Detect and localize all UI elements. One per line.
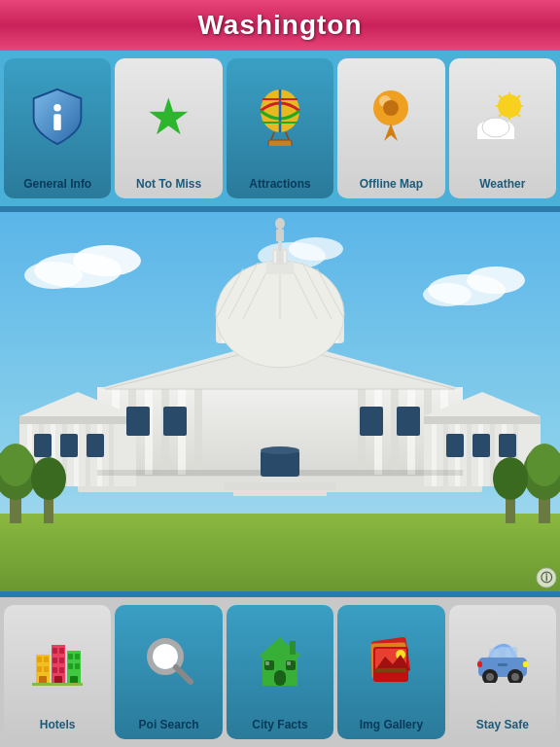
poi-search-magnifier-icon	[144, 635, 194, 686]
svg-rect-62	[109, 424, 114, 486]
svg-point-30	[467, 267, 525, 294]
svg-rect-118	[233, 490, 327, 496]
svg-point-10	[383, 100, 399, 116]
svg-line-18	[517, 95, 520, 98]
nav-tile-offline-map[interactable]: Offline Map	[337, 58, 444, 198]
svg-point-178	[511, 673, 519, 681]
svg-rect-134	[37, 657, 42, 662]
svg-rect-160	[274, 670, 286, 686]
svg-rect-173	[489, 649, 499, 658]
svg-rect-145	[59, 667, 64, 673]
bottom-tile-hotels[interactable]: Hotels	[4, 605, 111, 739]
svg-rect-102	[284, 251, 286, 263]
star-icon: ★	[146, 91, 192, 142]
general-info-label: General Info	[23, 177, 91, 191]
svg-rect-164	[287, 661, 291, 665]
svg-rect-140	[52, 648, 57, 654]
svg-rect-180	[477, 661, 482, 667]
svg-rect-151	[75, 663, 80, 669]
svg-point-33	[289, 237, 343, 261]
svg-rect-136	[37, 666, 42, 672]
svg-rect-174	[506, 647, 517, 658]
nav-tile-attractions[interactable]: Attractions	[227, 58, 333, 198]
img-gallery-icon-area	[337, 605, 444, 716]
img-gallery-label: Img Gallery	[360, 718, 423, 731]
capitol-building-scene: ⓘ	[0, 212, 560, 591]
attractions-icon-area	[227, 58, 333, 175]
svg-rect-125	[34, 434, 52, 457]
shield-info-icon	[30, 88, 85, 146]
svg-rect-105	[276, 230, 284, 241]
svg-point-28	[24, 262, 83, 289]
svg-rect-54	[19, 416, 136, 424]
svg-line-156	[176, 667, 191, 682]
svg-rect-158	[290, 641, 296, 655]
svg-rect-1	[53, 114, 61, 130]
nav-tile-weather[interactable]: Weather	[449, 58, 556, 198]
img-gallery-photos-icon	[366, 635, 416, 686]
stay-safe-car-icon	[474, 638, 531, 683]
svg-rect-163	[265, 661, 269, 665]
balloon-icon	[255, 88, 305, 146]
svg-rect-34	[0, 514, 560, 591]
app-header: Washington	[0, 0, 560, 51]
svg-point-120	[261, 446, 299, 454]
svg-rect-128	[446, 434, 464, 457]
not-to-miss-icon-area: ★	[115, 58, 222, 175]
top-navigation: General Info ★ Not To Miss	[0, 51, 560, 206]
poi-search-icon-area	[115, 605, 222, 716]
svg-line-17	[517, 114, 520, 117]
svg-rect-66	[432, 424, 437, 486]
svg-line-19	[499, 114, 502, 117]
svg-rect-117	[224, 482, 336, 490]
svg-rect-143	[59, 658, 64, 663]
poi-search-label: Poi Search	[139, 718, 199, 731]
hotels-icon-area	[4, 605, 111, 716]
svg-point-0	[53, 104, 61, 112]
svg-rect-141	[59, 648, 64, 654]
svg-rect-142	[52, 658, 57, 663]
svg-rect-121	[126, 407, 150, 436]
svg-rect-126	[60, 434, 78, 457]
svg-rect-138	[39, 676, 47, 684]
svg-text:ⓘ: ⓘ	[541, 571, 553, 585]
general-info-icon-area	[4, 58, 111, 175]
svg-rect-179	[523, 661, 528, 667]
nav-tile-general-info[interactable]: General Info	[4, 58, 111, 198]
svg-rect-135	[44, 657, 49, 662]
svg-rect-119	[261, 450, 299, 477]
svg-rect-149	[75, 654, 80, 659]
hotels-building-icon	[32, 635, 83, 686]
svg-point-31	[423, 283, 472, 306]
svg-rect-171	[375, 668, 406, 672]
svg-rect-137	[44, 666, 49, 672]
svg-rect-150	[68, 663, 73, 669]
bottom-tile-poi-search[interactable]: Poi Search	[115, 605, 222, 739]
nav-tile-not-to-miss[interactable]: ★ Not To Miss	[115, 58, 222, 198]
svg-line-16	[499, 95, 502, 98]
stay-safe-icon-area	[449, 605, 556, 716]
stay-safe-label: Stay Safe	[476, 718, 529, 731]
bottom-tile-city-facts[interactable]: City Facts	[227, 605, 333, 739]
svg-rect-153	[32, 683, 83, 686]
bottom-tile-img-gallery[interactable]: Img Gallery	[337, 605, 444, 739]
svg-rect-146	[54, 676, 62, 684]
svg-rect-65	[424, 416, 541, 424]
svg-point-104	[275, 218, 285, 230]
offline-map-label: Offline Map	[360, 177, 423, 191]
offline-map-icon-area	[337, 58, 444, 175]
city-facts-label: City Facts	[252, 718, 307, 731]
svg-rect-122	[163, 407, 187, 436]
main-image-area: ⓘ	[0, 212, 560, 591]
svg-rect-130	[499, 434, 516, 457]
page-title: Washington	[197, 10, 362, 41]
weather-icon-area	[449, 58, 556, 175]
svg-point-27	[73, 245, 141, 276]
svg-rect-144	[52, 667, 57, 673]
svg-rect-69	[467, 424, 472, 486]
svg-rect-123	[360, 407, 383, 436]
bottom-tile-stay-safe[interactable]: Stay Safe	[449, 605, 556, 739]
city-facts-icon-area	[227, 605, 333, 716]
svg-rect-181	[498, 663, 508, 666]
svg-rect-7	[268, 140, 292, 146]
